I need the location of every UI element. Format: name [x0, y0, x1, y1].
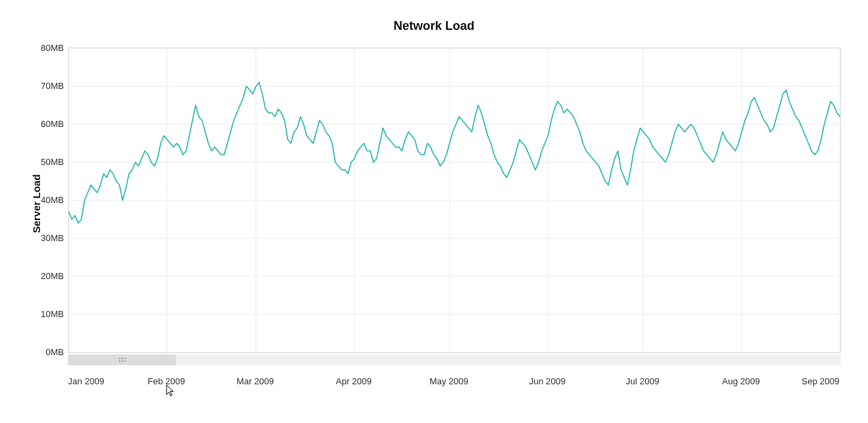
- chart-root: { "chart_data": { "type": "line", "title…: [0, 0, 868, 423]
- x-tick-label: May 2009: [430, 376, 468, 386]
- series-line: [69, 82, 840, 223]
- range-scrollbar-thumb[interactable]: [68, 354, 176, 365]
- y-tick-label: 70MB: [41, 81, 64, 91]
- x-tick-label: Jul 2009: [626, 376, 659, 386]
- plot-area[interactable]: [68, 48, 841, 353]
- x-tick-label: Jan 2009: [68, 376, 105, 386]
- grip-icon: [119, 358, 126, 362]
- y-tick-label: 10MB: [41, 309, 64, 319]
- y-tick-label: 80MB: [41, 43, 64, 53]
- plot-svg: [69, 48, 840, 352]
- y-tick-label: 30MB: [41, 233, 64, 243]
- range-scrollbar[interactable]: [68, 354, 841, 365]
- x-tick-label: Feb 2009: [147, 376, 185, 386]
- y-tick-label: 20MB: [41, 271, 64, 281]
- y-tick-label: 0MB: [46, 347, 64, 357]
- chart-title: Network Load: [0, 19, 868, 33]
- y-tick-label: 50MB: [41, 157, 64, 167]
- x-tick-label: Jun 2009: [530, 376, 566, 386]
- x-tick-label: Apr 2009: [336, 376, 372, 386]
- grid: [69, 48, 840, 352]
- y-tick-label: 60MB: [41, 119, 64, 129]
- x-ticks: Jan 2009Feb 2009Mar 2009Apr 2009May 2009…: [68, 371, 841, 391]
- y-tick-label: 40MB: [41, 195, 64, 205]
- x-tick-label: Aug 2009: [722, 376, 760, 386]
- x-tick-label: Mar 2009: [237, 376, 274, 386]
- x-tick-label: Sep 2009: [801, 376, 839, 386]
